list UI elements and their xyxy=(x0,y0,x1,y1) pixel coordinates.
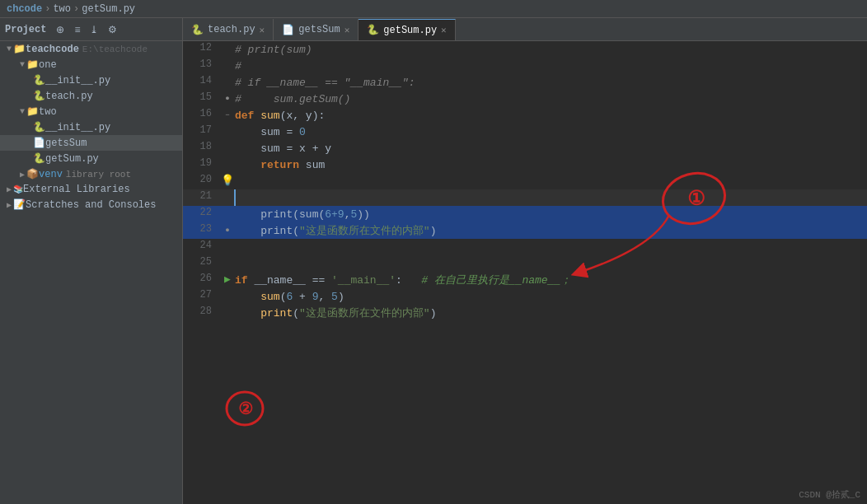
sidebar-item-venv[interactable]: ▶ 📦 venv library root xyxy=(0,166,182,182)
line-content: # sum.getSum() xyxy=(235,91,867,107)
sidebar-item-two[interactable]: ▼ 📁 two xyxy=(0,104,182,119)
table-row: 27 sum(6 + 9, 5) xyxy=(183,288,867,305)
breadcrumb-file[interactable]: getSum.py xyxy=(82,3,135,15)
tab-teach-close[interactable]: ✕ xyxy=(260,25,265,35)
line-content: # if __name__ == "__main__": xyxy=(235,74,867,91)
line-number: 28 xyxy=(183,305,220,321)
list-btn[interactable]: ≡ xyxy=(71,22,83,37)
fold-icon: − xyxy=(225,111,229,119)
line-number: 26 xyxy=(183,272,220,288)
line-number: 15 xyxy=(183,91,220,107)
tab-getssum[interactable]: 📄 getsSum ✕ xyxy=(274,19,359,40)
main-layout: Project ⊕ ≡ ⤓ ⚙ ▼ 📁 teachcode E:\teachco… xyxy=(0,18,867,504)
table-row: 22 print(sum(6+9,5)) xyxy=(183,206,867,222)
table-row: 12 # print(sum) xyxy=(183,41,867,58)
breakpoint-icon: ● xyxy=(225,95,229,103)
breadcrumb-bar: chcode › two › getSum.py xyxy=(0,0,867,18)
line-number: 21 xyxy=(183,189,220,206)
tab-teach-icon: 🐍 xyxy=(191,24,204,36)
one-label: one xyxy=(39,59,57,71)
line-number: 23 xyxy=(183,222,220,239)
getsum-label: getSum.py xyxy=(45,153,99,165)
sidebar-item-getssum[interactable]: 📄 getsSum xyxy=(0,135,182,151)
bulb-icon: 💡 xyxy=(221,175,234,187)
table-row: 18 sum = x + y xyxy=(183,140,867,156)
tab-teach[interactable]: 🐍 teach.py ✕ xyxy=(183,19,274,40)
tab-getssum-label: getsSum xyxy=(298,24,340,35)
line-number: 19 xyxy=(183,156,220,173)
tab-getssum-close[interactable]: ✕ xyxy=(344,25,350,35)
table-row: 16 − def sum(x, y): xyxy=(183,107,867,124)
sidebar-item-teach[interactable]: 🐍 teach.py xyxy=(0,88,182,104)
line-content: # xyxy=(235,58,867,74)
ext-libs-label: External Libraries xyxy=(23,184,130,195)
line-content: # print(sum) xyxy=(235,41,867,58)
settings-btn[interactable]: ⚙ xyxy=(105,22,120,37)
table-row: 14 # if __name__ == "__main__": xyxy=(183,74,867,91)
line-number: 20 xyxy=(183,173,220,189)
tab-getssum-icon: 📄 xyxy=(282,24,294,36)
chevron-right-scratch-icon: ▶ xyxy=(7,200,12,210)
tab-getsum[interactable]: 🐍 getSum.py ✕ xyxy=(359,19,455,40)
teach-label: teach.py xyxy=(45,91,93,102)
chevron-right-venv-icon: ▶ xyxy=(20,170,25,180)
chevron-down-two-icon: ▼ xyxy=(20,107,25,116)
line-number: 24 xyxy=(183,239,220,255)
sidebar-item-one[interactable]: ▼ 📁 one xyxy=(0,57,182,72)
table-row: 13 # xyxy=(183,58,867,74)
line-content: print("这是函数所在文件的内部") xyxy=(235,222,867,239)
fold-icon-23: ● xyxy=(225,226,229,235)
line-content xyxy=(235,255,867,272)
run-icon[interactable]: ▶ xyxy=(224,273,231,286)
line-content: sum(6 + 9, 5) xyxy=(235,288,867,305)
sidebar-item-two-init[interactable]: 🐍 __init__.py xyxy=(0,119,182,135)
two-label: two xyxy=(39,106,57,118)
venv-extra: library root xyxy=(66,170,131,180)
two-init-icon: 🐍 xyxy=(33,121,45,133)
line-number: 16 xyxy=(183,107,220,124)
table-row: 26 ▶ if __name__ == '__main__': # 在自己里执行… xyxy=(183,272,867,288)
circle-2-label: ② xyxy=(238,399,253,418)
line-number: 17 xyxy=(183,124,220,140)
table-row: 24 xyxy=(183,239,867,255)
breadcrumb-two[interactable]: two xyxy=(53,3,71,15)
line-content: if __name__ == '__main__': # 在自己里执行是__na… xyxy=(235,272,867,288)
venv-icon: 📦 xyxy=(26,168,39,180)
sidebar: Project ⊕ ≡ ⤓ ⚙ ▼ 📁 teachcode E:\teachco… xyxy=(0,18,183,504)
watermark: CSDN @拾贰_C xyxy=(799,488,860,501)
expand-icon: ▼ xyxy=(7,44,12,54)
circle-annotation-2: ② xyxy=(227,392,263,425)
py-icon: 🐍 xyxy=(33,74,45,86)
line-gutter xyxy=(220,255,235,272)
venv-label: venv xyxy=(39,169,63,180)
line-gutter xyxy=(220,288,235,305)
breadcrumb-chcode[interactable]: chcode xyxy=(7,3,42,15)
line-gutter xyxy=(220,189,235,206)
line-number: 13 xyxy=(183,58,220,74)
line-gutter xyxy=(220,305,235,321)
line-content: sum = 0 xyxy=(235,124,867,140)
code-editor[interactable]: 12 # print(sum) 13 # 14 # if __name xyxy=(183,41,867,504)
sidebar-item-getsum[interactable]: 🐍 getSum.py xyxy=(0,151,182,166)
line-gutter xyxy=(220,58,235,74)
getssum-label: getsSum xyxy=(45,138,87,149)
svg-point-1 xyxy=(227,392,263,425)
tab-getsum-close[interactable]: ✕ xyxy=(441,25,447,35)
line-content xyxy=(235,189,867,206)
scratches-label: Scratches and Consoles xyxy=(26,199,156,211)
sidebar-item-external-libs[interactable]: ▶ 📚 External Libraries xyxy=(0,182,182,197)
filter-btn[interactable]: ⤓ xyxy=(87,22,101,37)
tab-teach-label: teach.py xyxy=(208,24,255,35)
line-gutter: ● xyxy=(220,91,235,107)
root-path: E:\teachcode xyxy=(82,44,148,54)
add-btn[interactable]: ⊕ xyxy=(53,22,68,37)
editor-area: 🐍 teach.py ✕ 📄 getsSum ✕ 🐍 getSum.py ✕ xyxy=(183,18,867,504)
table-row: 20 💡 xyxy=(183,173,867,189)
sidebar-item-scratches[interactable]: ▶ 📝 Scratches and Consoles xyxy=(0,197,182,212)
sidebar-item-one-init[interactable]: 🐍 __init__.py xyxy=(0,72,182,88)
line-gutter xyxy=(220,206,235,222)
sidebar-root[interactable]: ▼ 📁 teachcode E:\teachcode xyxy=(0,41,182,57)
table-row: 25 xyxy=(183,255,867,272)
line-content: return sum xyxy=(235,156,867,173)
getssum-icon: 📄 xyxy=(33,137,45,149)
